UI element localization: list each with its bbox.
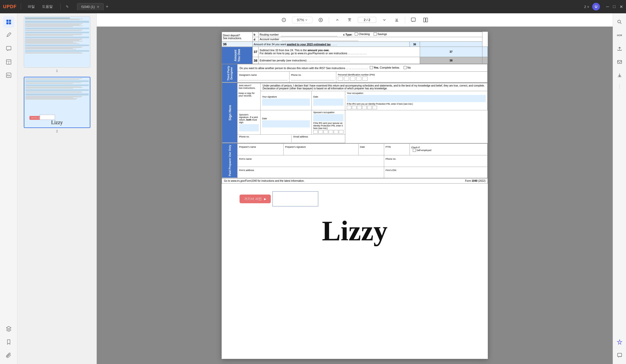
line38-text: Estimated tax penalty (see instructions)… bbox=[258, 57, 420, 64]
zoom-in-btn[interactable] bbox=[317, 16, 325, 24]
topbar: UPDF 파일 도움말 ✎ f1040 (1) ✕ + 2 ∨ U ─ □ ✕ bbox=[0, 0, 626, 13]
pin-cell: Personal identification number (PIN) bbox=[336, 71, 488, 82]
occupation-label-cell: Your occupation If the IRS sent you an I… bbox=[345, 91, 488, 110]
tab-close-btn[interactable]: ✕ bbox=[97, 5, 99, 9]
svg-point-18 bbox=[618, 20, 620, 23]
main-layout: Aa bbox=[0, 13, 626, 364]
third-party-label: Third PartyDesignee bbox=[222, 64, 238, 82]
right-email-icon[interactable] bbox=[614, 56, 625, 68]
right-upload-icon[interactable] bbox=[614, 43, 625, 54]
page-input[interactable] bbox=[358, 17, 376, 23]
your-sig-label-cell: Your signature bbox=[261, 91, 312, 110]
joint-return-note: Joint return?See instructions.Keep a cop… bbox=[238, 83, 261, 110]
sidebar-layout-icon[interactable] bbox=[3, 56, 14, 68]
third-party-question: Do you want to allow another person to d… bbox=[238, 64, 488, 71]
third-party-table: Third PartyDesignee Do you want to allow… bbox=[222, 64, 488, 82]
svg-rect-0 bbox=[6, 20, 8, 22]
tab-bar: f1040 (1) ✕ + bbox=[77, 3, 580, 10]
topbar-menu: 파일 도움말 bbox=[25, 3, 55, 10]
direct-deposit-label: Direct deposit?See instructions. bbox=[222, 32, 253, 42]
sidebar-bookmark-icon[interactable] bbox=[3, 336, 14, 348]
svg-rect-2 bbox=[6, 22, 8, 24]
preparer-sig-cell: Preparer's signature bbox=[284, 143, 359, 155]
svg-rect-1 bbox=[9, 20, 11, 22]
topbar-divider2 bbox=[60, 4, 61, 10]
help-menu[interactable]: 도움말 bbox=[39, 3, 55, 10]
footer-text: Go to www.irs.gov/Form1040 for instructi… bbox=[224, 179, 305, 182]
form-content: Direct deposit?See instructions. b Routi… bbox=[222, 32, 488, 260]
account-label: Account number bbox=[260, 38, 279, 41]
svg-line-19 bbox=[620, 23, 621, 24]
sidebar-bottom bbox=[3, 323, 14, 361]
form-footer-row: Go to www.irs.gov/Form1040 for instructi… bbox=[222, 178, 488, 183]
right-download-icon[interactable] bbox=[614, 70, 625, 81]
right-chat-icon[interactable] bbox=[614, 350, 625, 361]
user-avatar[interactable]: U bbox=[592, 3, 600, 10]
zoom-out-btn[interactable] bbox=[280, 16, 288, 24]
file-menu[interactable]: 파일 bbox=[25, 3, 37, 10]
form-table: Direct deposit?See instructions. b Routi… bbox=[222, 32, 488, 184]
topbar-right: 2 ∨ U ─ □ ✕ bbox=[584, 3, 623, 10]
paid-preparer-header-row: Paid Preparer Use Only Preparer's name P… bbox=[222, 143, 488, 155]
line36-number: 36 bbox=[222, 42, 253, 47]
thumbnail-2[interactable]: Lizzy 거기서 사인 ▶ 2 bbox=[20, 77, 93, 133]
left-sidebar: Aa bbox=[0, 13, 17, 364]
phone-email-row: Phone no. Email address bbox=[222, 134, 488, 143]
routing-label: Routing number bbox=[260, 33, 279, 36]
page-count: 2 ∨ bbox=[584, 5, 589, 9]
pdf-viewport[interactable]: Direct deposit?See instructions. b Routi… bbox=[97, 27, 613, 364]
no-checkbox[interactable] bbox=[404, 66, 407, 69]
page-prev-btn[interactable] bbox=[333, 16, 341, 24]
thumb-signature: Lizzy bbox=[51, 120, 63, 125]
minimize-btn[interactable]: ─ bbox=[606, 4, 609, 9]
no-option: No bbox=[404, 66, 411, 69]
zoom-level-display[interactable]: 97% bbox=[292, 17, 312, 23]
ptin-cell: PTIN bbox=[384, 143, 409, 155]
checking-label: Checking bbox=[359, 33, 370, 36]
close-btn[interactable]: ✕ bbox=[620, 4, 623, 9]
maximize-btn[interactable]: □ bbox=[613, 4, 616, 9]
thumb-sign-box bbox=[40, 115, 55, 120]
savings-checkbox[interactable] bbox=[374, 33, 377, 36]
arrow-icon: ▶ bbox=[264, 197, 266, 200]
signature-display: Lizzy bbox=[322, 217, 388, 245]
paid-preparer-label: Paid Preparer Use Only bbox=[222, 143, 238, 178]
third-party-row: Third PartyDesignee Do you want to allow… bbox=[222, 64, 488, 83]
firm-name-cell: Firm's name bbox=[238, 155, 384, 167]
date-label-cell: Date bbox=[312, 91, 345, 110]
split-view-btn[interactable] bbox=[422, 16, 430, 24]
thumb-label-2: 2 bbox=[56, 130, 58, 133]
right-ai-icon[interactable] bbox=[614, 336, 625, 348]
sidebar-thumbnail-icon[interactable] bbox=[3, 16, 14, 28]
yes-checkbox[interactable] bbox=[370, 66, 373, 69]
phone-email-cell: Phone no. Email address bbox=[238, 134, 345, 143]
svg-rect-17 bbox=[426, 18, 428, 22]
page-down-btn[interactable] bbox=[380, 16, 388, 24]
checking-option: Checking bbox=[355, 33, 370, 36]
sidebar-attach-icon[interactable] bbox=[3, 350, 14, 361]
checking-checkbox[interactable] bbox=[355, 33, 358, 36]
spouse-sig-cell: Spouse's signature. If a joint return, b… bbox=[238, 110, 261, 134]
sidebar-layers-icon[interactable] bbox=[3, 323, 14, 334]
svg-rect-20 bbox=[618, 60, 622, 63]
signature-field-box[interactable] bbox=[272, 191, 318, 207]
right-sidebar: OCR bbox=[613, 13, 626, 364]
page-top-btn[interactable] bbox=[346, 16, 354, 24]
line38-row: 38 Estimated tax penalty (see instructio… bbox=[222, 57, 488, 64]
sidebar-translate-icon[interactable]: Aa bbox=[3, 70, 14, 81]
new-tab-btn[interactable]: + bbox=[106, 4, 109, 9]
sidebar-comment-icon[interactable] bbox=[3, 43, 14, 54]
account-number-row: d Account number bbox=[222, 37, 488, 42]
sign-here-button[interactable]: 거기서 사인 ▶ bbox=[240, 195, 271, 203]
current-tab[interactable]: f1040 (1) ✕ bbox=[77, 3, 104, 10]
comment-tool-btn[interactable] bbox=[409, 16, 417, 24]
svg-text:Aa: Aa bbox=[7, 74, 10, 77]
page-bottom-btn[interactable] bbox=[393, 16, 401, 24]
right-search-icon[interactable] bbox=[614, 16, 625, 28]
paid-preparer-cell: Paid Preparer Use Only Preparer's name P… bbox=[222, 143, 488, 178]
account-number-cell: Account number bbox=[258, 37, 482, 42]
self-employed-checkbox[interactable] bbox=[413, 149, 416, 152]
thumbnail-1[interactable]: 1 bbox=[20, 16, 93, 73]
right-ocr-icon[interactable]: OCR bbox=[614, 30, 625, 41]
sidebar-edit-icon[interactable] bbox=[3, 30, 14, 41]
